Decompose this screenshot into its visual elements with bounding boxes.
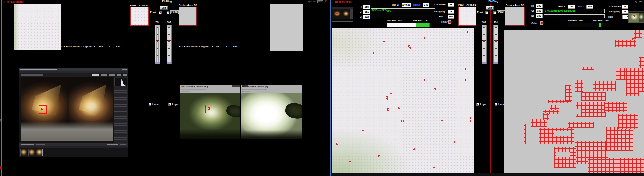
difference-cluster [626,68,644,92]
compare-panel-left: IMG 20250306 200412 .dng [180,85,240,139]
slider-thumb[interactable] [482,40,486,41]
compare-right-image[interactable] [241,93,302,139]
peak-checkbox-2[interactable] [493,11,496,14]
lr-metadata-rows [114,88,127,141]
filename-field-1[interactable]: DNG vs JPG.jpg [371,8,435,12]
filename-field-2[interactable]: 1741288588004 Kopie.jpg [544,9,605,13]
credit-label: by LZ86 [635,1,642,3]
lupe-checkbox-2-label: Lupe: [172,103,179,106]
hell1-value-1[interactable]: 249,01 [402,3,411,7]
right-monitor: Z for all Pictures R: 255 G: 251 B: 222 … [331,0,644,176]
peak-area-51-box [130,7,149,26]
peak-marker [362,129,364,131]
close-button[interactable]: X [325,0,327,2]
slider-thumb[interactable] [167,40,171,41]
brightness-slider-2[interactable] [167,25,172,64]
g-label-2: G: [531,10,534,12]
g-value-1[interactable]: 251 [363,10,370,14]
compare-left-image[interactable] [180,93,240,139]
slider-thumb[interactable] [494,40,498,41]
difference-cluster [543,113,549,120]
min-hell-label-2: Min Hell: 190 [568,19,583,22]
pixel-pick-annotation [39,105,47,114]
lr-filmstrip-thumb[interactable] [28,149,35,156]
center-divider-line [164,4,164,173]
hell-value-1[interactable]: 100 [448,15,454,19]
source-thumbnail-1[interactable] [332,7,353,22]
hell1-value-2[interactable]: 198 [568,5,575,9]
filename-field-2b[interactable] [544,14,605,18]
peak-marker [464,68,466,70]
exit-button[interactable]: Exit [160,6,168,10]
peak-marker [453,141,455,143]
difference-cluster [593,81,616,91]
zoom-pixel-view[interactable] [332,28,474,173]
lupe-edge-tint [14,4,61,50]
filename-field-1b[interactable] [371,14,435,18]
lightroom-compare-window [19,68,128,157]
brightness-slider-1[interactable] [482,25,487,64]
hell2-value-1[interactable]: 249 [423,3,429,7]
peak-marker [469,120,471,122]
r-value-1[interactable]: 255 [363,5,370,9]
peak-marker [386,98,388,100]
b-value-2[interactable]: 198 [536,14,543,18]
peak-marker [378,155,380,157]
saettigung-label-2: Sättigung: [609,10,621,13]
difference-cluster [582,67,594,70]
lupe-magnifier-view[interactable] [14,4,61,50]
peak-checkbox-1[interactable] [159,11,162,14]
saettigung-value-2[interactable]: 0 [622,10,628,14]
peak-marker [409,47,411,49]
lupe-checkbox-2[interactable] [495,103,497,106]
brightness-slider-2[interactable] [493,25,498,64]
peak-marker [369,53,371,55]
slider-2-value: 704 [166,21,172,24]
peak-marker [413,148,415,150]
hell-label-1: Hell: [439,15,444,18]
g-value-2[interactable]: 198 [536,9,543,13]
lupe-checkbox-1-label: Lupe: [152,103,160,106]
slider-cap [167,25,171,27]
lr-filmstrip-thumb[interactable] [36,149,43,156]
slider-cap [167,62,171,64]
peak-marker [390,92,392,94]
peak-marker [451,31,453,33]
peak-marker [370,110,372,112]
col-winkel-value-2[interactable]: 0 [622,5,628,9]
peak-checkbox-1[interactable] [485,11,488,14]
slider-track [168,27,170,62]
r-value-2[interactable]: 198 [536,4,543,8]
color-label-1: Color: [441,21,448,24]
peak-checkbox-2[interactable] [167,11,169,14]
color-swatch-1[interactable] [448,20,451,24]
lupe-checkbox-1[interactable] [476,103,479,106]
col-winkel-value-1[interactable]: 53 [448,3,454,7]
color-label-2: Color: [531,22,538,25]
peak-checkbox-1-label: Peak [477,11,483,14]
brightness-slider-1[interactable] [155,25,160,64]
compare-left-filename: IMG 20250306 200412 .dng [181,86,208,88]
exit-button[interactable]: Exit [486,6,494,10]
peak-marker [433,166,435,168]
source-thumbnail-2[interactable] [628,11,644,23]
difference-mosaic-view[interactable] [504,30,644,173]
lupe-checkbox-1[interactable] [149,103,151,106]
rgb-badge[interactable]: RGB [317,0,323,3]
peak-marker [420,68,422,70]
app-icon: Z [332,0,334,4]
lr-titlebar [19,68,128,71]
lupe-checkbox-2[interactable] [168,103,171,106]
b-value-1[interactable]: 222 [363,15,370,19]
saettigung-value-1[interactable]: 13 [448,10,454,14]
hell1-label-1: Hell-1: [392,4,399,6]
lr-filmstrip-thumb[interactable] [20,149,27,156]
slider-thumb[interactable] [156,40,159,41]
minimize-button[interactable]: _ [323,0,324,2]
area-preview-gray [270,4,303,51]
hell2-value-2[interactable]: 198 [586,5,593,9]
slider-track [156,27,159,62]
peak-marker [441,119,443,121]
color-swatch-2[interactable] [540,21,543,25]
hell-range-cursor [429,23,430,27]
